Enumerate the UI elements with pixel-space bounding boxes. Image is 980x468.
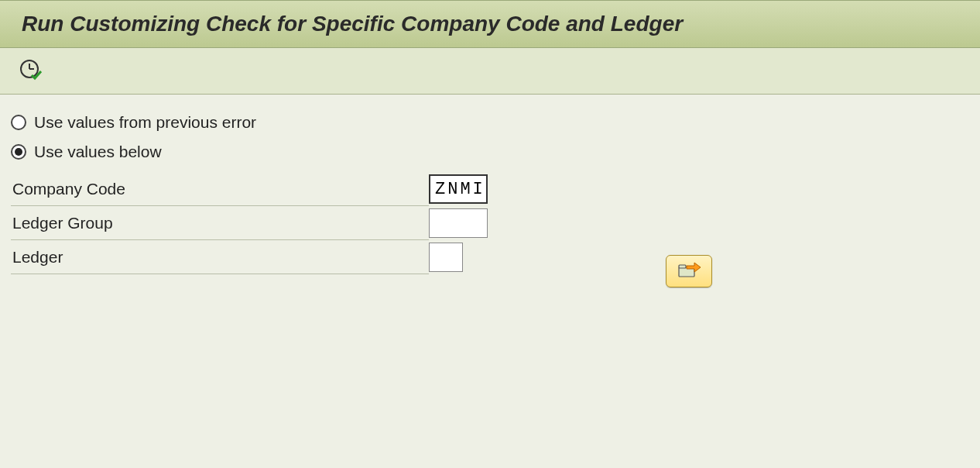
radio-label: Use values below xyxy=(34,143,162,161)
ledger-group-label: Ledger Group xyxy=(11,206,429,240)
radio-dot-icon xyxy=(15,148,22,156)
svg-rect-4 xyxy=(679,265,686,268)
ledger-input[interactable] xyxy=(429,243,463,272)
company-code-label: Company Code xyxy=(11,172,429,206)
radio-option-values-below[interactable]: Use values below xyxy=(11,143,969,161)
folder-arrow-icon xyxy=(676,260,702,283)
execute-button[interactable] xyxy=(19,60,42,83)
radio-label: Use values from previous error xyxy=(34,113,256,132)
clock-check-icon xyxy=(19,58,42,84)
field-row-ledger: Ledger xyxy=(11,240,969,274)
ledger-group-input[interactable] xyxy=(429,208,488,238)
title-bar: Run Customizing Check for Specific Compa… xyxy=(0,0,980,48)
toolbar xyxy=(0,48,980,95)
radio-option-previous-error[interactable]: Use values from previous error xyxy=(11,113,969,132)
content-area: Use values from previous error Use value… xyxy=(0,95,980,293)
radio-icon xyxy=(11,115,26,130)
field-row-ledger-group: Ledger Group xyxy=(11,206,969,240)
ledger-label: Ledger xyxy=(11,240,429,274)
multiple-selection-button[interactable] xyxy=(666,255,712,287)
company-code-input[interactable] xyxy=(429,174,488,204)
radio-icon xyxy=(11,144,26,160)
page-title: Run Customizing Check for Specific Compa… xyxy=(22,12,958,36)
field-row-company-code: Company Code xyxy=(11,172,969,206)
